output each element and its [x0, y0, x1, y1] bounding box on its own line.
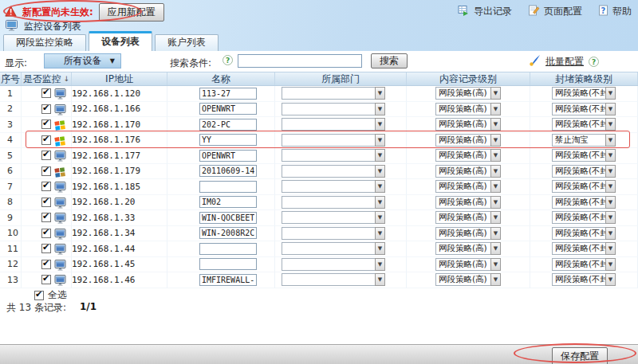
help-link[interactable]: ? 帮助	[598, 5, 632, 18]
department-select[interactable]: ▼	[282, 227, 385, 240]
page-config-link[interactable]: 页面配置	[528, 5, 582, 18]
row-number: 10	[7, 228, 18, 238]
department-select[interactable]: ▼	[282, 196, 385, 209]
block-level-select[interactable]: 网段策略(不封堵) ▼	[552, 258, 616, 271]
block-level-select[interactable]: 网段策略(不封堵) ▼	[552, 103, 616, 115]
ip-address: 192.168.1.176	[72, 135, 140, 145]
monitor-checkbox[interactable]: ✔	[41, 151, 51, 160]
block-level-select[interactable]: 网段策略(不封堵) ▼	[552, 211, 616, 224]
monitor-checkbox[interactable]: ✔	[41, 260, 51, 269]
content-level-select[interactable]: 网段策略(高) ▼	[435, 258, 501, 271]
tab-device-list[interactable]: 设备列表	[89, 31, 152, 51]
block-level-select[interactable]: 禁止淘宝 ▼	[552, 134, 616, 147]
block-level-select[interactable]: 网段策略(不封堵) ▼	[552, 149, 616, 162]
block-level-select[interactable]: 网段策略(不封堵) ▼	[552, 165, 616, 178]
monitor-checkbox[interactable]: ✔	[41, 244, 51, 253]
content-level-select[interactable]: 网段策略(高) ▼	[435, 134, 501, 147]
department-select[interactable]: ▼	[282, 211, 385, 224]
device-name-input[interactable]	[199, 274, 257, 286]
select-all-checkbox[interactable]: ✔	[34, 291, 44, 300]
content-level-select[interactable]: 网段策略(高) ▼	[435, 211, 501, 224]
monitor-checkbox[interactable]: ✔	[41, 135, 51, 145]
chevron-down-icon: ▼	[490, 165, 501, 178]
department-select[interactable]: ▼	[282, 149, 385, 162]
department-select[interactable]: ▼	[282, 118, 385, 131]
device-name-input[interactable]	[199, 258, 257, 270]
header-monitored[interactable]: 是否监控 ↓	[22, 72, 72, 85]
content-level-select[interactable]: 网段策略(高) ▼	[435, 103, 501, 115]
device-name-input[interactable]	[199, 181, 257, 193]
content-level-select[interactable]: 网段策略(高) ▼	[435, 149, 501, 162]
export-records-link[interactable]: 导出记录	[458, 5, 512, 18]
monitor-checkbox[interactable]: ✔	[41, 275, 51, 284]
content-level-select[interactable]: 网段策略(高) ▼	[435, 87, 501, 100]
department-select[interactable]: ▼	[282, 273, 385, 286]
header-block-level[interactable]: 封堵策略级别	[530, 72, 638, 85]
monitor-checkbox[interactable]: ✔	[41, 119, 51, 129]
header-ip[interactable]: IP地址	[72, 72, 167, 85]
device-name-input[interactable]	[199, 165, 257, 177]
question-icon[interactable]: ?	[589, 57, 599, 67]
block-level-select[interactable]: 网段策略(不封堵) ▼	[552, 180, 616, 193]
device-name-input[interactable]	[199, 196, 257, 208]
row-number: 6	[7, 166, 13, 176]
row-number: 2	[7, 104, 13, 114]
device-name-input[interactable]	[199, 243, 257, 255]
save-config-button[interactable]: 保存配置	[552, 347, 608, 364]
device-filter-select[interactable]: 所有设备 ▼	[44, 53, 121, 68]
monitor-checkbox[interactable]: ✔	[41, 229, 51, 238]
header-index[interactable]: 序号	[0, 72, 22, 85]
monitor-checkbox[interactable]: ✔	[41, 198, 51, 207]
header-name[interactable]: 名称	[167, 72, 275, 85]
device-name-input[interactable]	[199, 88, 257, 100]
monitor-checkbox[interactable]: ✔	[41, 182, 51, 191]
question-icon[interactable]: ?	[223, 55, 233, 65]
department-select[interactable]: ▼	[282, 165, 385, 178]
device-name-input[interactable]	[199, 227, 257, 239]
row-number: 13	[7, 275, 18, 285]
device-name-input[interactable]	[199, 134, 257, 146]
table-row: 13 ✔ 192.168.1.46 ▼ 网段策略(高) ▼ 网段策略(不封堵) …	[0, 272, 638, 288]
ip-address: 192.168.1.45	[72, 259, 135, 269]
computer-icon	[54, 243, 67, 254]
ip-address: 192.168.1.20	[72, 197, 135, 207]
department-select[interactable]: ▼	[282, 103, 385, 115]
tab-account-list[interactable]: 账户列表	[155, 34, 219, 51]
content-level-select[interactable]: 网段策略(高) ▼	[435, 242, 501, 255]
content-level-select[interactable]: 网段策略(高) ▼	[435, 118, 501, 131]
monitor-checkbox[interactable]: ✔	[41, 104, 51, 114]
apply-config-button[interactable]: 应用新配置	[99, 3, 164, 22]
search-button[interactable]: 搜索	[371, 53, 408, 68]
content-level-select[interactable]: 网段策略(高) ▼	[435, 165, 501, 178]
header-content-level[interactable]: 内容记录级别	[407, 72, 530, 85]
content-level-select[interactable]: 网段策略(高) ▼	[435, 196, 501, 209]
config-warning-text: 新配置尚未生效:	[22, 6, 93, 19]
device-name-input[interactable]	[199, 119, 257, 131]
content-level-select[interactable]: 网段策略(高) ▼	[435, 273, 501, 286]
department-select[interactable]: ▼	[282, 87, 385, 100]
computer-icon	[54, 181, 67, 192]
device-name-input[interactable]	[199, 212, 257, 224]
table-row: 2 ✔ 192.168.1.166 ▼ 网段策略(高) ▼ 网段策略(不封堵) …	[0, 102, 638, 118]
monitor-checkbox[interactable]: ✔	[41, 166, 51, 176]
device-name-input[interactable]	[199, 150, 257, 162]
batch-config-link[interactable]: 批量配置	[545, 55, 584, 68]
search-input[interactable]	[238, 54, 362, 68]
header-department[interactable]: 所属部门	[275, 72, 407, 85]
monitor-checkbox[interactable]: ✔	[41, 213, 51, 222]
tab-segment-policy[interactable]: 网段监控策略	[3, 34, 86, 51]
block-level-select[interactable]: 网段策略(不封堵) ▼	[552, 227, 616, 240]
block-level-select[interactable]: 网段策略(不封堵) ▼	[552, 118, 616, 131]
block-level-select[interactable]: 网段策略(不封堵) ▼	[552, 196, 616, 209]
content-level-select[interactable]: 网段策略(高) ▼	[435, 180, 501, 193]
department-select[interactable]: ▼	[282, 134, 385, 147]
monitor-checkbox[interactable]: ✔	[41, 88, 51, 98]
department-select[interactable]: ▼	[282, 180, 385, 193]
department-select[interactable]: ▼	[282, 242, 385, 255]
block-level-select[interactable]: 网段策略(不封堵) ▼	[552, 242, 616, 255]
block-level-select[interactable]: 网段策略(不封堵) ▼	[552, 87, 616, 100]
content-level-select[interactable]: 网段策略(高) ▼	[435, 227, 501, 240]
device-name-input[interactable]	[199, 103, 257, 115]
block-level-select[interactable]: 网段策略(不封堵) ▼	[552, 273, 616, 286]
department-select[interactable]: ▼	[282, 258, 385, 271]
